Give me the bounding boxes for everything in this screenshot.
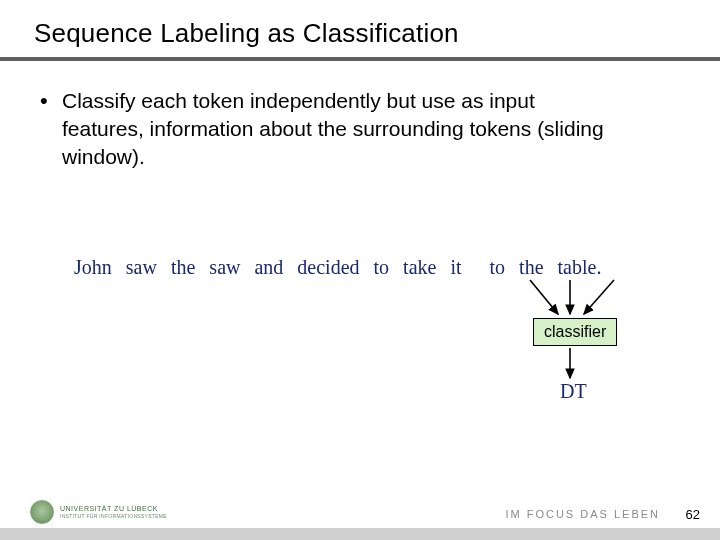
- token: the: [171, 256, 195, 279]
- university-name: UNIVERSITÄT ZU LÜBECK: [60, 505, 167, 513]
- institute-name: INSTITUT FÜR INFORMATIONSSYSTEME: [60, 513, 167, 519]
- output-label: DT: [560, 380, 587, 403]
- bullet-item: • Classify each token independently but …: [40, 87, 680, 171]
- token: the: [519, 256, 543, 279]
- university-seal-icon: [30, 500, 54, 524]
- footer-logo: UNIVERSITÄT ZU LÜBECK INSTITUT FÜR INFOR…: [30, 500, 167, 524]
- token: John: [74, 256, 112, 279]
- footer-bar: [0, 528, 720, 540]
- slide-title: Sequence Labeling as Classification: [0, 0, 720, 57]
- university-text-block: UNIVERSITÄT ZU LÜBECK INSTITUT FÜR INFOR…: [60, 505, 167, 519]
- arrow-in-left: [530, 280, 558, 314]
- footer: UNIVERSITÄT ZU LÜBECK INSTITUT FÜR INFOR…: [0, 482, 720, 540]
- token: and: [254, 256, 283, 279]
- footer-tagline: IM FOCUS DAS LEBEN: [505, 508, 660, 520]
- token: to: [490, 256, 506, 279]
- bullet-text: Classify each token independently but us…: [62, 87, 622, 171]
- slide: Sequence Labeling as Classification • Cl…: [0, 0, 720, 540]
- token: it: [450, 256, 461, 279]
- example-sentence: John saw the saw and decided to take it …: [74, 256, 610, 279]
- page-number: 62: [686, 507, 700, 522]
- token: decided: [297, 256, 359, 279]
- arrow-in-right: [584, 280, 614, 314]
- token: take: [403, 256, 436, 279]
- bullet-marker: •: [40, 87, 62, 115]
- body: • Classify each token independently but …: [0, 61, 720, 171]
- token: saw: [209, 256, 240, 279]
- classifier-box: classifier: [533, 318, 617, 346]
- token: to: [374, 256, 390, 279]
- token: table.: [558, 256, 602, 279]
- token: saw: [126, 256, 157, 279]
